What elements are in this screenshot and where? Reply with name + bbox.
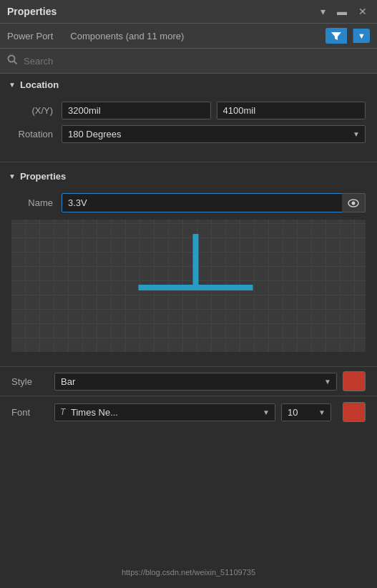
location-collapse-icon: ▼ [9,81,16,89]
symbol-preview [11,220,366,352]
style-label: Style [11,376,54,387]
style-row: Style Bar Circle Arrow Power Ground Sign… [0,366,377,396]
properties-collapse-icon: ▼ [9,172,16,180]
rotation-label: Rotation [11,129,62,139]
font-row: Font T Times Ne... Arial Courier New ▼ 8… [0,396,377,428]
properties-section-title: Properties [20,171,66,182]
y-input[interactable] [217,102,366,119]
xy-row: (X/Y) [11,102,366,119]
search-input[interactable] [24,56,370,67]
properties-form: Name [0,187,377,366]
location-section-header[interactable]: ▼ Location [0,74,377,96]
font-select-wrap: T Times Ne... Arial Courier New ▼ [54,403,275,421]
x-input[interactable] [62,102,211,119]
filter-button[interactable] [325,28,347,44]
style-select-wrap: Bar Circle Arrow Power Ground Signal Gro… [54,373,337,391]
style-select[interactable]: Bar Circle Arrow Power Ground Signal Gro… [54,373,337,391]
font-select[interactable]: Times Ne... Arial Courier New [54,403,275,421]
svg-point-4 [352,201,356,205]
name-row: Name [11,193,366,212]
location-section-title: Location [20,79,59,90]
search-bar [0,49,377,74]
panel-content: ▼ Location (X/Y) Rotation 0 Degrees 90 D… [0,74,377,428]
svg-marker-0 [331,32,341,40]
font-size-wrap: 8 9 10 11 12 14 ▼ [281,403,331,421]
style-color-swatch[interactable] [343,371,366,391]
filter-icon [331,31,341,41]
font-size-select[interactable]: 8 9 10 11 12 14 [281,403,331,421]
name-input[interactable] [62,193,366,212]
undock-icon[interactable]: ▬ [334,4,350,19]
font-color-swatch[interactable] [343,402,366,422]
title-bar: Properties ▾ ▬ ✕ [0,0,377,24]
name-label: Name [11,197,62,208]
symbol-svg [11,220,366,352]
svg-point-1 [9,56,15,62]
tab-components[interactable]: Components (and 11 more) [70,31,184,41]
xy-inputs [62,102,366,119]
svg-line-2 [14,62,17,64]
close-icon[interactable]: ✕ [356,4,370,19]
tab-power-port[interactable]: Power Port [7,31,53,41]
rotation-select[interactable]: 0 Degrees 90 Degrees 180 Degrees 270 Deg… [62,125,366,143]
location-form: (X/Y) Rotation 0 Degrees 90 Degrees 180 … [0,96,377,159]
search-icon [7,54,18,67]
name-input-wrap [62,193,366,212]
filter-dropdown-button[interactable]: ▼ [353,29,370,43]
rotation-row: Rotation 0 Degrees 90 Degrees 180 Degree… [11,125,366,143]
section-divider-1 [0,162,377,162]
watermark: https://blog.csdn.net/weixin_51109735 [122,568,255,577]
visibility-button[interactable] [342,193,366,212]
eye-icon [348,199,359,207]
font-label: Font [11,407,54,418]
tab-bar: Power Port Components (and 11 more) ▼ [0,24,377,49]
rotation-select-wrapper: 0 Degrees 90 Degrees 180 Degrees 270 Deg… [62,125,366,143]
properties-section-header[interactable]: ▼ Properties [0,165,377,187]
title-bar-title: Properties [7,6,57,17]
xy-label: (X/Y) [11,105,62,116]
title-bar-controls: ▾ ▬ ✕ [318,4,370,19]
minimize-icon[interactable]: ▾ [318,4,328,19]
